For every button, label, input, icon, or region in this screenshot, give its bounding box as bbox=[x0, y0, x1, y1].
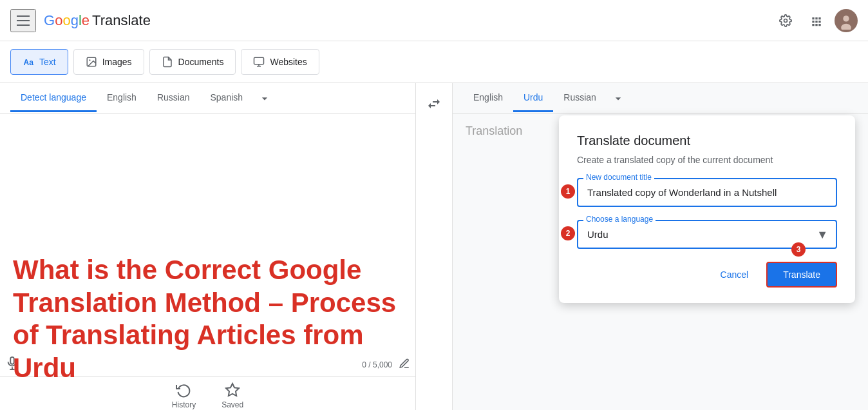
source-spanish-tab[interactable]: Spanish bbox=[200, 84, 253, 112]
edit-button[interactable] bbox=[399, 358, 410, 373]
translation-placeholder: Translation bbox=[466, 124, 522, 137]
left-panel: Detect language English Russian Spanish bbox=[0, 83, 416, 410]
lang-select-label: Choose a language bbox=[583, 215, 656, 224]
logo: Google Translate bbox=[44, 12, 151, 29]
websites-tab-label: Websites bbox=[270, 57, 307, 67]
detect-language-tab[interactable]: Detect language bbox=[10, 84, 97, 112]
text-tab-label: Text bbox=[39, 57, 56, 67]
translate-button[interactable]: Translate bbox=[766, 262, 837, 288]
avatar[interactable] bbox=[835, 9, 858, 32]
right-panel: English Urdu Russian Translation Transla… bbox=[453, 83, 868, 410]
history-label: History bbox=[172, 400, 196, 409]
svg-point-6 bbox=[89, 59, 90, 61]
text-tab-button[interactable]: Aa Text bbox=[10, 49, 68, 75]
logo-google: Google bbox=[44, 12, 90, 29]
swap-languages-button[interactable] bbox=[416, 91, 452, 120]
source-english-tab[interactable]: English bbox=[97, 84, 147, 112]
step2-badge: 2 bbox=[561, 226, 575, 240]
bottom-bar: History Saved bbox=[0, 376, 415, 410]
apps-button[interactable] bbox=[804, 8, 829, 34]
target-more-langs-button[interactable] bbox=[607, 87, 630, 110]
doc-title-input[interactable] bbox=[577, 178, 837, 207]
documents-tab-button[interactable]: Documents bbox=[149, 49, 236, 75]
documents-tab-label: Documents bbox=[178, 57, 224, 67]
source-lang-tabs: Detect language English Russian Spanish bbox=[0, 83, 415, 114]
svg-rect-7 bbox=[254, 57, 264, 64]
logo-translate: Translate bbox=[92, 12, 151, 29]
svg-rect-10 bbox=[10, 357, 14, 364]
svg-point-2 bbox=[843, 15, 849, 21]
translate-doc-card: Translate document Create a translated c… bbox=[559, 115, 855, 303]
target-urdu-tab[interactable]: Urdu bbox=[513, 84, 553, 112]
header-left: Google Translate bbox=[10, 9, 151, 32]
translate-container: Detect language English Russian Spanish bbox=[0, 83, 868, 410]
header: Google Translate bbox=[0, 0, 868, 41]
step3-badge: 3 bbox=[791, 242, 806, 257]
images-tab-button[interactable]: Images bbox=[73, 49, 144, 75]
target-lang-tabs: English Urdu Russian bbox=[453, 83, 868, 114]
svg-point-0 bbox=[784, 19, 788, 22]
menu-button[interactable] bbox=[10, 9, 36, 32]
saved-button[interactable]: Saved bbox=[222, 382, 243, 409]
svg-marker-13 bbox=[226, 384, 239, 396]
toolbar: Aa Text Images Documents Websites bbox=[0, 41, 868, 83]
websites-tab-button[interactable]: Websites bbox=[241, 49, 319, 75]
saved-label: Saved bbox=[222, 400, 243, 409]
history-button[interactable]: History bbox=[172, 382, 196, 409]
settings-button[interactable] bbox=[773, 8, 798, 34]
cancel-button[interactable]: Cancel bbox=[710, 262, 759, 288]
source-area bbox=[0, 114, 415, 351]
target-english-tab[interactable]: English bbox=[463, 84, 513, 112]
step1-badge: 1 bbox=[561, 184, 575, 199]
swap-section bbox=[416, 83, 453, 410]
source-more-langs-button[interactable] bbox=[253, 87, 276, 110]
images-tab-label: Images bbox=[102, 57, 132, 67]
svg-text:Aa: Aa bbox=[24, 58, 34, 67]
card-actions: 3 Cancel Translate bbox=[577, 262, 837, 288]
source-bottom: 0 / 5,000 bbox=[0, 351, 415, 376]
card-subtitle: Create a translated copy of the current … bbox=[577, 155, 837, 165]
microphone-button[interactable] bbox=[5, 356, 19, 374]
source-russian-tab[interactable]: Russian bbox=[147, 84, 200, 112]
doc-title-label: New document title bbox=[583, 173, 654, 182]
doc-title-field: 1 New document title bbox=[577, 178, 837, 207]
source-textarea[interactable] bbox=[10, 124, 405, 195]
header-right bbox=[773, 8, 858, 34]
char-count: 0 / 5,000 bbox=[362, 360, 392, 369]
card-title: Translate document bbox=[577, 133, 837, 148]
target-russian-tab[interactable]: Russian bbox=[553, 84, 607, 112]
